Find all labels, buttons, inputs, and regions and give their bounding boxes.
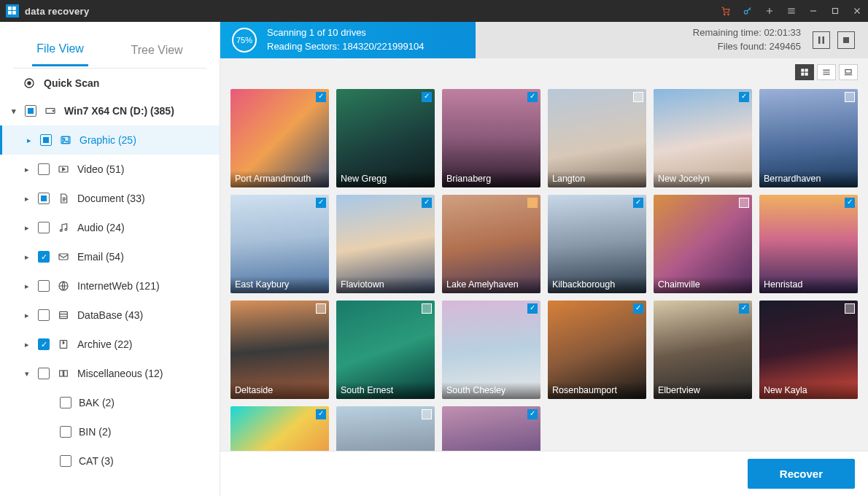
thumbnail[interactable]: Elbertview <box>654 301 752 399</box>
thumbnail-checkbox[interactable] <box>316 409 326 419</box>
tree-item-label: Miscellaneous (12) <box>77 368 163 379</box>
view-list-button[interactable] <box>817 64 836 80</box>
thumbnail-checkbox[interactable] <box>739 92 749 102</box>
thumbnail[interactable]: Bernardhaven <box>759 89 858 187</box>
drive-checkbox[interactable] <box>25 105 36 117</box>
svg-rect-7 <box>833 9 838 14</box>
tree-item-web[interactable]: ▸InternetWeb (121) <box>0 271 220 301</box>
thumbnail-caption: Flaviotown <box>336 276 435 293</box>
tab-file-view[interactable]: File View <box>32 34 88 66</box>
cart-icon[interactable] <box>715 0 737 22</box>
tree-checkbox[interactable] <box>60 455 71 467</box>
thumbnail[interactable]: New Jocelyn <box>654 89 752 187</box>
thumbnail-checkbox[interactable] <box>633 92 643 102</box>
thumbnail-checkbox[interactable] <box>316 303 326 314</box>
thumbnail[interactable] <box>442 406 540 451</box>
tree-checkbox[interactable] <box>38 280 50 292</box>
thumbnail-checkbox[interactable] <box>527 409 538 419</box>
view-detail-button[interactable] <box>839 64 858 80</box>
recover-button[interactable]: Recover <box>748 459 855 489</box>
thumbnail-checkbox[interactable] <box>633 198 643 208</box>
tree-checkbox[interactable] <box>38 251 50 263</box>
thumbnail-checkbox[interactable] <box>527 92 538 102</box>
tree-drive-row[interactable]: ▾ Win7 X64 CN (D:) (385) <box>0 96 220 125</box>
drive-icon <box>44 104 57 117</box>
thumbnail[interactable]: Lake Amelyhaven <box>442 195 540 293</box>
thumbnail[interactable]: Rosenbaumport <box>548 301 646 399</box>
thumbnail[interactable]: New Gregg <box>336 89 435 187</box>
tree-item-image[interactable]: ▸Graphic (25) <box>0 125 220 155</box>
thumbnail-checkbox[interactable] <box>422 92 432 102</box>
thumbnail-checkbox[interactable] <box>845 198 855 208</box>
tree-item-audio[interactable]: ▸Audio (24) <box>0 213 220 242</box>
thumbnail[interactable] <box>336 406 435 451</box>
thumbnail[interactable]: Chaimville <box>654 195 752 293</box>
svg-rect-22 <box>60 371 63 376</box>
maximize-icon[interactable] <box>824 0 846 22</box>
tree-item-document[interactable]: ▸Document (33) <box>0 184 220 213</box>
thumbnail-checkbox[interactable] <box>316 92 326 102</box>
thumbnail-checkbox[interactable] <box>845 303 855 314</box>
thumbnail-checkbox[interactable] <box>739 198 749 208</box>
thumbnail[interactable]: New Kayla <box>759 301 858 399</box>
tree-item-archive[interactable]: ▸Archive (22) <box>0 330 220 359</box>
thumbnail-caption: Rosenbaumport <box>548 382 646 399</box>
thumbnail[interactable]: South Chesley <box>442 301 540 399</box>
tree-checkbox[interactable] <box>60 426 71 438</box>
thumbnail-checkbox[interactable] <box>845 92 855 102</box>
thumbnail[interactable]: Flaviotown <box>336 195 435 293</box>
tree-item-label: InternetWeb (121) <box>77 280 160 292</box>
stop-button[interactable] <box>837 31 855 49</box>
thumbnail-checkbox[interactable] <box>633 303 643 314</box>
thumbnail[interactable] <box>230 406 329 451</box>
tree-checkbox[interactable] <box>38 368 50 379</box>
scan-progress: 75% Scanning 1 of 10 drives Reading Sect… <box>220 22 476 58</box>
key-icon[interactable] <box>737 0 759 22</box>
sidebar: File View Tree View Quick Scan ▾ Win7 X6… <box>0 22 220 496</box>
tree-checkbox[interactable] <box>60 397 71 408</box>
tree-item-label: Archive (22) <box>77 338 132 350</box>
thumbnail-checkbox[interactable] <box>316 198 326 208</box>
close-icon[interactable] <box>846 0 868 22</box>
thumbnail-checkbox[interactable] <box>739 303 749 314</box>
menu-icon[interactable] <box>780 0 802 22</box>
plus-icon[interactable] <box>759 0 780 22</box>
quick-scan-row[interactable]: Quick Scan <box>0 69 220 96</box>
thumbnail[interactable]: Kilbackborough <box>548 195 646 293</box>
titlebar: data recovery <box>0 0 868 22</box>
thumbnail-checkbox[interactable] <box>422 198 432 208</box>
thumbnail-checkbox[interactable] <box>422 409 432 419</box>
svg-rect-26 <box>843 37 849 43</box>
database-icon <box>57 309 70 322</box>
thumbnail-checkbox[interactable] <box>527 303 538 314</box>
thumbnail[interactable]: Henristad <box>759 195 858 293</box>
view-grid-button[interactable] <box>795 64 814 80</box>
minimize-icon[interactable] <box>802 0 824 22</box>
chevron-icon: ▸ <box>23 165 31 174</box>
thumbnail[interactable]: East Kaybury <box>230 195 329 293</box>
thumbnail[interactable]: Langton <box>548 89 646 187</box>
tree-item-misc[interactable]: ▾Miscellaneous (12) <box>0 359 220 388</box>
tree-item-video[interactable]: ▸Video (51) <box>0 155 220 184</box>
tab-tree-view[interactable]: Tree View <box>127 35 187 66</box>
thumbnail[interactable]: Brianaberg <box>442 89 540 187</box>
tree-subitem[interactable]: BAK (2) <box>0 388 220 417</box>
tree-checkbox[interactable] <box>38 222 50 233</box>
tree-item-database[interactable]: ▸DataBase (43) <box>0 301 220 330</box>
tree-checkbox[interactable] <box>38 163 50 175</box>
thumbnail-checkbox[interactable] <box>422 303 432 314</box>
tree-checkbox[interactable] <box>38 193 50 204</box>
thumbnail[interactable]: Port Armandmouth <box>230 89 329 187</box>
thumbnail-scroll[interactable]: Port ArmandmouthNew GreggBrianabergLangt… <box>220 86 868 451</box>
svg-point-9 <box>28 82 31 85</box>
thumbnail[interactable]: South Ernest <box>336 301 435 399</box>
tree-checkbox[interactable] <box>38 309 50 321</box>
tree-item-email[interactable]: ▸Email (54) <box>0 242 220 271</box>
tree-checkbox[interactable] <box>38 338 50 350</box>
pause-button[interactable] <box>813 31 830 49</box>
tree-checkbox[interactable] <box>40 134 52 146</box>
thumbnail-checkbox[interactable] <box>527 198 538 208</box>
tree-subitem[interactable]: CAT (3) <box>0 446 220 476</box>
tree-subitem[interactable]: BIN (2) <box>0 417 220 446</box>
thumbnail[interactable]: Deltaside <box>230 301 329 399</box>
